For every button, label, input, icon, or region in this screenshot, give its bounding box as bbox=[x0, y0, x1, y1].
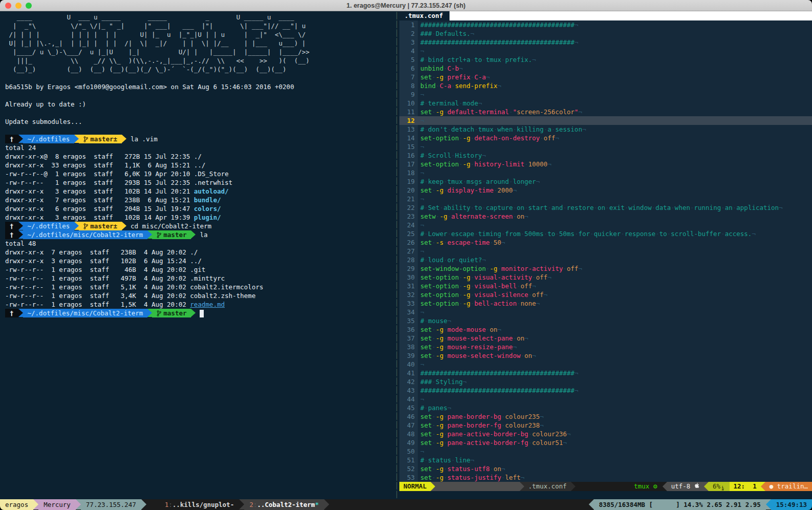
tmux-pane-divider[interactable]: │ │ │ │ │ │ │ │ │ │ │ │ │ │ │ │ │ │ │ │ … bbox=[394, 11, 399, 499]
terminal-text: -rw-r--r-- 1 eragos staff 497B 4 Aug 20:… bbox=[5, 274, 190, 282]
vim-line: 44¬ bbox=[399, 395, 812, 403]
terminal-text: -rw-r--r-- 1 eragos staff 46B 4 Aug 20:0… bbox=[5, 266, 190, 273]
code-token: ·pane-active-border-bg bbox=[443, 430, 528, 438]
prompt-status-icon: † bbox=[5, 309, 18, 317]
tmux-window-1[interactable]: 1:..kills/gnuplot- bbox=[160, 499, 239, 510]
whitespace-dot: · bbox=[459, 300, 463, 307]
code-token: ·on bbox=[486, 326, 498, 333]
vim-line-text: ¬ bbox=[418, 168, 812, 177]
window-titlebar[interactable]: 1. eragos@Mercury | 77.23.155.247 (sh) bbox=[0, 0, 812, 11]
git-branch-icon bbox=[157, 310, 161, 318]
prompt-git-branch-segment: master bbox=[152, 230, 191, 239]
powerline-arrow bbox=[76, 499, 81, 509]
line-number: 13 bbox=[399, 125, 418, 134]
eol-marker: ¬ bbox=[501, 239, 505, 246]
code-token: ·visual-bell bbox=[471, 282, 517, 290]
code-token: ·-g bbox=[432, 421, 444, 429]
vim-line: 30set-option·-g·visual-activity·off¬ bbox=[399, 273, 812, 282]
terminal-line: -rw-r--r-- 1 eragos staff 1,5K 4 Aug 20:… bbox=[5, 300, 394, 309]
whitespace-dot: · bbox=[494, 125, 498, 133]
file-link[interactable]: readme.md bbox=[190, 301, 225, 308]
vim-line: 33set-option·-g·bell-action·none¬ bbox=[399, 299, 812, 308]
shell-pane[interactable]: ____ U ___ u _____ _____ _ U _____ u ___… bbox=[0, 11, 394, 499]
prompt-git-branch-segment: master± bbox=[79, 135, 122, 143]
vim-line-text: unbind·C-b¬ bbox=[418, 64, 812, 73]
whitespace-dot: · bbox=[424, 56, 429, 63]
vim-buffer[interactable]: 1#######################################… bbox=[399, 20, 812, 482]
eol-marker: ¬ bbox=[574, 387, 579, 394]
powerline-arrow bbox=[571, 482, 575, 491]
code-token: ·" bbox=[509, 108, 517, 116]
code-token: set bbox=[420, 421, 432, 429]
code-token: ·mouse-select-window bbox=[443, 352, 521, 359]
code-token: screen-256color bbox=[517, 108, 574, 116]
vim-line: 4¬ bbox=[399, 47, 812, 55]
whitespace-dot: · bbox=[513, 125, 517, 133]
code-token: set bbox=[420, 186, 432, 194]
vim-tab-filename[interactable]: .tmux.conf bbox=[399, 11, 447, 20]
window-name: ..kills/gnuplot bbox=[173, 501, 230, 508]
whitespace-dot: · bbox=[563, 265, 567, 272]
whitespace-dot: · bbox=[432, 73, 436, 81]
terminal-text: drwxr-xr-x 6 eragos staff 204B 15 Jul 19… bbox=[5, 205, 194, 213]
eol-marker: ¬ bbox=[540, 413, 544, 420]
line-number: 46 bbox=[399, 412, 418, 421]
whitespace-dot: · bbox=[424, 404, 429, 412]
statusline-git-branch: master bbox=[435, 482, 519, 491]
whitespace-dot: · bbox=[424, 256, 429, 264]
line-number: 35 bbox=[399, 316, 418, 325]
vim-line-text: set-option·-g·bell-action·none¬ bbox=[418, 299, 812, 308]
terminal-text: .git bbox=[190, 266, 205, 273]
whitespace-dot: · bbox=[490, 465, 494, 473]
eol-marker: ¬ bbox=[482, 256, 486, 264]
eol-marker: ¬ bbox=[486, 73, 490, 81]
whitespace-dot: · bbox=[521, 230, 525, 238]
whitespace-dot: · bbox=[436, 82, 440, 90]
shell-prompt-line: †~/.dotfiles/misc/Cobalt2-itermmaster bbox=[5, 309, 394, 317]
powerline-arrow bbox=[704, 482, 709, 491]
eol-marker: ¬ bbox=[482, 152, 486, 159]
prompt-git-branch-segment: master bbox=[152, 309, 191, 317]
whitespace-dot: · bbox=[443, 108, 447, 116]
eol-marker: ¬ bbox=[524, 213, 528, 220]
whitespace-dot: · bbox=[528, 430, 532, 438]
whitespace-dot: · bbox=[432, 352, 436, 359]
code-token: set bbox=[420, 474, 432, 481]
terminal-text: ../ bbox=[194, 161, 206, 169]
terminal-text: colors/ bbox=[194, 205, 221, 213]
whitespace-dot: · bbox=[432, 239, 436, 246]
terminal-line: drwxr-xr-x 3 eragos staff 102B 14 Jul 20… bbox=[5, 187, 394, 196]
terminal-text: drwxr-xr-x@ 8 eragos staff 272B 15 Jul 2… bbox=[5, 153, 194, 160]
vim-line: 7set·-g·prefix·C-a¬ bbox=[399, 73, 812, 81]
whitespace-dot: · bbox=[443, 352, 447, 359]
terminal-line: -rw-r--r-- 1 eragos staff 497B 4 Aug 20:… bbox=[5, 274, 394, 283]
vim-line-text: #·status·line¬ bbox=[418, 456, 812, 464]
code-token: ·prefix bbox=[443, 73, 471, 81]
vim-line-text: bind·C-a·send-prefix¬ bbox=[418, 81, 812, 90]
whitespace-dot: · bbox=[471, 204, 475, 211]
code-token: ·-g bbox=[432, 439, 444, 447]
code-token: ·on bbox=[490, 465, 502, 473]
eol-marker: ¬ bbox=[478, 99, 482, 107]
vim-line: 10#·terminal·mode¬ bbox=[399, 99, 812, 108]
vim-line: 42###·Styling¬ bbox=[399, 377, 812, 386]
terminal-text: -rw-r--r-- 1 eragos staff 5,1K 4 Aug 20:… bbox=[5, 283, 190, 291]
vim-line: 17set-option·-g·history-limit·10000¬ bbox=[399, 160, 812, 168]
terminal-line: ____ U ___ u _____ _____ _ U _____ u ___… bbox=[5, 13, 394, 22]
vim-pane[interactable]: .tmux.conf 1############################… bbox=[399, 11, 812, 499]
line-number: 26 bbox=[399, 238, 418, 247]
whitespace-dot: · bbox=[424, 204, 429, 211]
eol-marker: ¬ bbox=[420, 448, 424, 455]
tmux-window-2-active[interactable]: 2:..Cobalt2-iterm* bbox=[244, 499, 324, 510]
whitespace-dot: · bbox=[547, 204, 551, 211]
shell-prompt-line: †~/.dotfiles/misc/Cobalt2-itermmasterla bbox=[5, 230, 394, 239]
code-token: ######################################## bbox=[420, 387, 574, 394]
line-number: 40 bbox=[399, 360, 418, 369]
terminal-text: .minttyrc bbox=[190, 274, 225, 282]
status-spacer bbox=[329, 499, 589, 510]
line-number: 14 bbox=[399, 134, 418, 142]
line-number: 3 bbox=[399, 38, 418, 47]
terminal-line: drwxr-xr-x 7 eragos staff 238B 4 Aug 20:… bbox=[5, 248, 394, 257]
line-number: 31 bbox=[399, 282, 418, 290]
shell-output: ____ U ___ u _____ _____ _ U _____ u ___… bbox=[5, 13, 394, 317]
